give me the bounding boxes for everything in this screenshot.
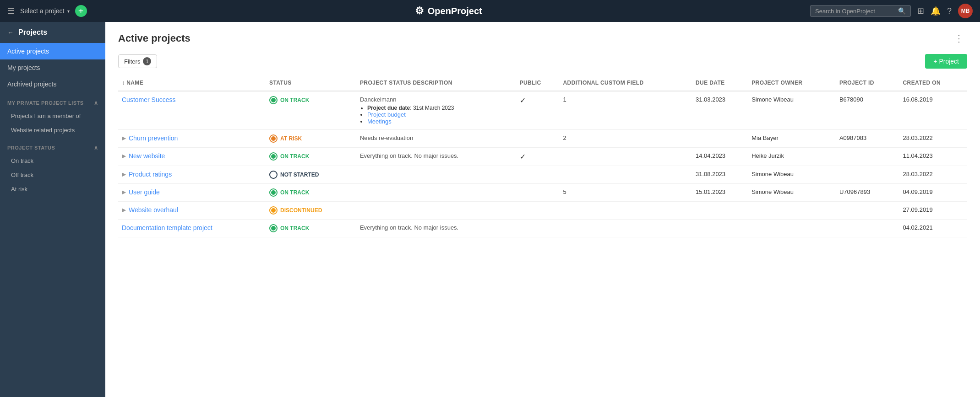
sidebar-item-on-track[interactable]: On track [0,154,105,168]
sidebar-item-website-projects[interactable]: Website related projects [0,123,105,137]
page-title: Active projects [118,32,191,44]
owner-cell: Simone Wibeau [748,91,836,130]
custom-field-cell: 2 [560,130,692,148]
col-due-date: DUE DATE [692,75,748,91]
project-budget-link[interactable]: Project budget [367,111,406,118]
public-cell: ✓ [516,148,560,166]
user-guide-link[interactable]: User guide [129,188,160,196]
expand-icon[interactable]: ▶ [122,189,126,195]
at-risk-dot [269,134,278,143]
filter-count-badge: 1 [143,57,151,65]
expand-icon[interactable]: ▶ [122,171,126,177]
sidebar-item-active-projects[interactable]: Active projects [0,43,105,59]
public-cell: ✓ [516,91,560,130]
description-cell: Danckelmann Project due date: 31st March… [356,91,516,130]
on-track-dot [269,96,278,104]
project-name-cell: ▶ Product ratings [118,166,266,184]
status-label: ON TRACK [280,97,309,103]
back-icon[interactable]: ← [7,29,14,36]
project-selector[interactable]: Select a project ▾ [20,7,70,15]
search-box[interactable]: 🔍 [810,5,911,17]
status-badge: ON TRACK [269,224,353,232]
expand-icon[interactable]: ▶ [122,135,126,141]
custom-field-cell [560,202,692,220]
status-badge: ON TRACK [269,188,353,197]
status-cell: AT RISK [266,130,356,148]
topnav-right: 🔍 ⊞ 🔔 ? MB [810,4,973,18]
project-id-cell [836,148,899,166]
created-on-cell: 04.09.2019 [899,184,967,202]
owner-cell: Simone Wibeau [748,166,836,184]
table-row: ▶ Product ratings NOT STARTED [118,166,967,184]
project-name-cell: Customer Success [118,91,266,130]
project-id-cell: A0987083 [836,130,899,148]
sidebar-item-member-projects[interactable]: Projects I am a member of [0,109,105,123]
col-description: PROJECT STATUS DESCRIPTION [356,75,516,91]
custom-field-cell [560,166,692,184]
owner-cell: Heike Jurzik [748,148,836,166]
description-cell [356,184,516,202]
col-name: ↕ NAME [118,75,266,91]
private-section-label[interactable]: MY PRIVATE PROJECT LISTS ∧ [0,92,105,109]
sidebar-title: Projects [18,28,47,37]
chevron-up-icon: ∧ [94,100,98,106]
filters-button[interactable]: Filters 1 [118,54,157,68]
bell-icon[interactable]: 🔔 [931,6,941,16]
project-id-cell [836,166,899,184]
add-project-main-button[interactable]: + Project [925,54,967,69]
table-row: ▶ Churn prevention AT RISK Needs re-eval… [118,130,967,148]
custom-field-cell [560,220,692,237]
sidebar-item-off-track[interactable]: Off track [0,168,105,182]
description-author: Danckelmann [360,96,512,103]
status-badge: ON TRACK [269,152,353,161]
new-website-link[interactable]: New website [129,152,165,160]
add-project-button[interactable]: + [75,5,87,17]
on-track-dot [269,152,278,161]
description-text: Everything on track. No major issues. [360,152,458,159]
status-label: DISCONTINUED [280,207,322,214]
sub-project-item: ▶ Product ratings [122,171,262,178]
filters-label: Filters [124,58,140,65]
owner-cell [748,220,836,237]
public-cell [516,184,560,202]
table-row: Documentation template project ON TRACK … [118,220,967,237]
sidebar-item-at-risk[interactable]: At risk [0,182,105,196]
public-cell [516,202,560,220]
status-section-label[interactable]: PROJECT STATUS ∧ [0,137,105,154]
sidebar-item-archived-projects[interactable]: Archived projects [0,76,105,92]
project-name-cell: ▶ New website [118,148,266,166]
not-started-dot [269,171,278,179]
due-date-cell [692,130,748,148]
website-overhaul-link[interactable]: Website overhaul [129,206,178,214]
projects-table: ↕ NAME STATUS PROJECT STATUS DESCRIPTION… [118,75,967,237]
project-name-cell: ▶ User guide [118,184,266,202]
created-on-cell: 11.04.2023 [899,148,967,166]
sidebar-item-my-projects[interactable]: My projects [0,59,105,76]
public-cell [516,220,560,237]
created-on-cell: 04.02.2021 [899,220,967,237]
customer-success-link[interactable]: Customer Success [122,96,175,103]
search-input[interactable] [815,8,894,15]
top-navigation: ☰ Select a project ▾ + ⚙ OpenProject 🔍 ⊞… [0,0,980,22]
help-icon[interactable]: ? [947,6,952,16]
logo: ⚙ OpenProject [415,5,482,17]
expand-icon[interactable]: ▶ [122,153,126,159]
churn-prevention-link[interactable]: Churn prevention [129,134,178,142]
status-badge: ON TRACK [269,96,353,104]
grid-icon[interactable]: ⊞ [917,6,924,16]
table-body: Customer Success ON TRACK Danckelmann Pr [118,91,967,237]
discontinued-dot [269,206,278,215]
expand-icon[interactable]: ▶ [122,207,126,213]
meetings-link[interactable]: Meetings [367,118,392,125]
status-label: NOT STARTED [280,172,319,178]
description-cell [356,166,516,184]
content-header: Active projects ⋮ [105,22,980,50]
col-owner: PROJECT OWNER [748,75,836,91]
avatar[interactable]: MB [958,4,973,18]
hamburger-menu[interactable]: ☰ [7,6,15,16]
product-ratings-link[interactable]: Product ratings [129,171,172,178]
more-options-button[interactable]: ⋮ [951,31,967,46]
owner-cell [748,202,836,220]
description-item: Project due date: 31st March 2023 [367,105,512,111]
documentation-template-link[interactable]: Documentation template project [122,224,212,231]
